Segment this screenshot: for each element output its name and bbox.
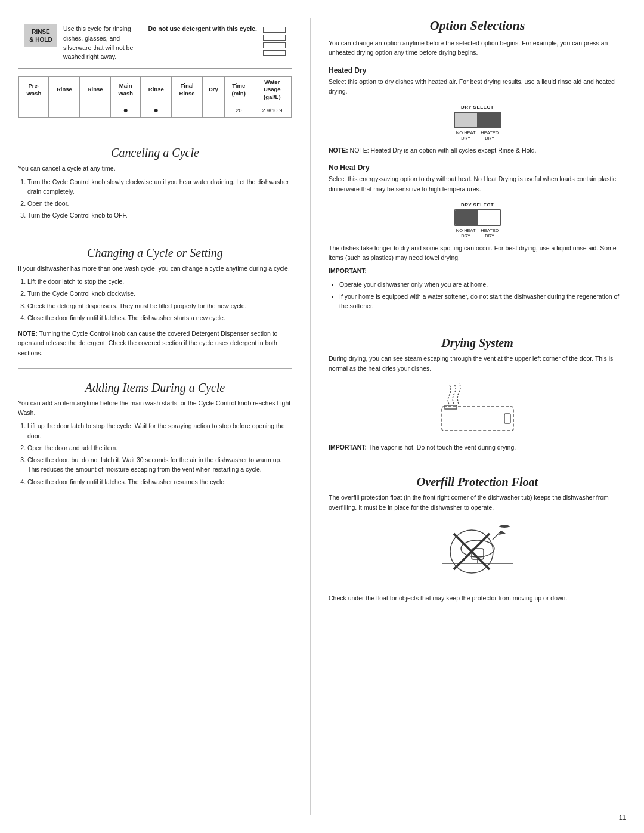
option-selections-intro: You can change an option anytime before … [329, 38, 626, 58]
canceling-cycle-heading: Canceling a Cycle [18, 146, 292, 160]
dry-switch-left-heated [455, 113, 478, 127]
heated-dry-heading: Heated Dry [329, 66, 626, 75]
drying-important-label: IMPORTANT: [329, 444, 367, 451]
changing-step-4: Close the door firmly until it latches. … [27, 313, 292, 323]
rinse-hold-desc-text: Use this cycle for rinsing dishes, glass… [63, 25, 133, 60]
table-row: ● ● 20 2.9/10.9 [19, 103, 292, 117]
adding-step-1: Lift up the door latch to stop the cycle… [27, 421, 292, 441]
adding-step-3: Close the door, but do not latch it. Wai… [27, 455, 292, 475]
changing-cycle-intro: If your dishwasher has more than one was… [18, 264, 292, 273]
svg-line-10 [493, 531, 501, 540]
no-heat-dry-body: Select this energy-saving option to dry … [329, 174, 626, 194]
overfill-svg [436, 522, 519, 587]
cycle-table: Pre- Wash Rinse Rinse Main Wash Rinse Fi… [18, 76, 292, 117]
adding-step-4: Close the door firmly until it latches. … [27, 477, 292, 487]
heated-dry-switch-labels: NO HEAT DRY HEATED DRY [454, 130, 501, 141]
right-column: Option Selections You can change an opti… [310, 18, 626, 815]
col-mainwash: Main Wash [110, 77, 140, 103]
no-heat-dry-label-2: NO HEAT DRY [456, 228, 476, 239]
important-section: IMPORTANT: [329, 266, 626, 275]
canceling-step-2: Open the door. [27, 199, 292, 208]
cell-prewash [19, 103, 49, 117]
heated-dry-diagram: DRY SELECT NO HEAT DRY HEATED DRY [329, 104, 626, 141]
cell-water: 2.9/10.9 [253, 103, 291, 117]
no-heat-dry-label-1: NO HEAT DRY [456, 130, 476, 141]
col-finalrinse: Final Rinse [172, 77, 203, 103]
dry-switch-left-noheat [455, 210, 478, 225]
drying-system-diagram [329, 383, 626, 436]
col-rinse3: Rinse [141, 77, 172, 103]
drying-important-text: The vapor is hot. Do not touch the vent … [369, 444, 516, 451]
no-heat-dry-diagram: DRY SELECT NO HEAT DRY HEATED DRY [329, 202, 626, 239]
do-not-use-text: Do not use detergent with this cycle. [148, 24, 257, 34]
no-heat-dry-switch [454, 209, 501, 226]
overfill-float-diagram [329, 522, 626, 587]
heated-dry-body: Select this option to dry dishes with he… [329, 77, 626, 97]
svg-rect-0 [442, 407, 513, 431]
left-column: RINSE & HOLD Use this cycle for rinsing … [18, 18, 292, 815]
no-heat-dry-switch-labels: NO HEAT DRY HEATED DRY [454, 228, 501, 239]
heated-dry-label-1: HEATED DRY [481, 130, 499, 141]
diagram-rect-1 [263, 27, 286, 33]
rinse-hold-diagram [263, 27, 286, 56]
heated-dry-switch [454, 112, 501, 128]
rinse-hold-label: RINSE & HOLD [24, 24, 57, 47]
diagram-rect-4 [263, 50, 286, 56]
canceling-step-3: Turn the Cycle Control knob to OFF. [27, 210, 292, 220]
cell-mainwash: ● [110, 103, 140, 117]
divider-4 [329, 324, 626, 324]
dry-select-label-noheat: DRY SELECT [461, 202, 494, 208]
drying-system-body: During drying, you can see steam escapin… [329, 354, 626, 373]
overfill-body: The overfill protection float (in the fr… [329, 493, 626, 512]
overfill-footer: Check under the float for objects that m… [329, 593, 626, 603]
col-time: Time (min) [224, 77, 253, 103]
dry-switch-right-noheat [478, 210, 500, 225]
rinse-hold-description: Use this cycle for rinsing dishes, glass… [63, 24, 142, 62]
col-rinse1: Rinse [49, 77, 80, 103]
col-dry: Dry [202, 77, 224, 103]
canceling-step-1: Turn the Cycle Control knob slowly clock… [27, 177, 292, 197]
drying-system-heading: Drying System [329, 336, 626, 350]
changing-step-2: Turn the Cycle Control knob clockwise. [27, 289, 292, 298]
col-water: Water Usage (gal/L) [253, 77, 291, 103]
cell-dry [202, 103, 224, 117]
drying-important: IMPORTANT: The vapor is hot. Do not touc… [329, 442, 626, 452]
changing-cycle-heading: Changing a Cycle or Setting [18, 246, 292, 260]
cycle-table-wrapper: Pre- Wash Rinse Rinse Main Wash Rinse Fi… [18, 76, 292, 118]
heated-dry-note-text: NOTE: Heated Dry is an option with all c… [350, 147, 537, 154]
cell-finalrinse [172, 103, 203, 117]
changing-cycle-note: NOTE: Turning the Cycle Control knob can… [18, 329, 292, 358]
dry-select-label-heated: DRY SELECT [461, 104, 494, 110]
overfill-heading: Overfill Protection Float [329, 475, 626, 489]
divider-1 [18, 134, 292, 134]
rinse-hold-section: RINSE & HOLD Use this cycle for rinsing … [18, 18, 292, 69]
diagram-rect-3 [263, 42, 286, 48]
page-number: 11 [619, 814, 626, 821]
col-rinse2: Rinse [80, 77, 111, 103]
adding-items-intro: You can add an item anytime before the m… [18, 398, 292, 418]
divider-2 [18, 234, 292, 234]
no-heat-dry-heading: No Heat Dry [329, 163, 626, 172]
cell-time: 20 [224, 103, 253, 117]
cell-rinse2 [80, 103, 111, 117]
dishes-note: The dishes take longer to dry and some s… [329, 243, 626, 263]
svg-rect-1 [445, 405, 457, 409]
dry-switch-right-heated [478, 113, 500, 127]
divider-3 [18, 368, 292, 369]
adding-items-steps: Lift up the door latch to stop the cycle… [18, 421, 292, 489]
canceling-cycle-steps: Turn the Cycle Control knob slowly clock… [18, 177, 292, 223]
divider-5 [329, 463, 626, 463]
important-label: IMPORTANT: [329, 267, 367, 274]
important-list: Operate your dishwasher only when you ar… [329, 280, 626, 314]
col-prewash: Pre- Wash [19, 77, 49, 103]
cell-rinse1 [49, 103, 80, 117]
changing-step-3: Check the detergent dispensers. They mus… [27, 301, 292, 311]
important-item-1: Operate your dishwasher only when you ar… [339, 280, 626, 289]
heated-dry-note: NOTE: NOTE: Heated Dry is an option with… [329, 145, 626, 155]
cell-rinse3: ● [141, 103, 172, 117]
drying-svg [430, 383, 525, 436]
option-selections-heading: Option Selections [329, 18, 626, 33]
canceling-cycle-intro: You can cancel a cycle at any time. [18, 163, 292, 173]
changing-step-1: Lift the door latch to stop the cycle. [27, 277, 292, 286]
adding-step-2: Open the door and add the item. [27, 443, 292, 453]
